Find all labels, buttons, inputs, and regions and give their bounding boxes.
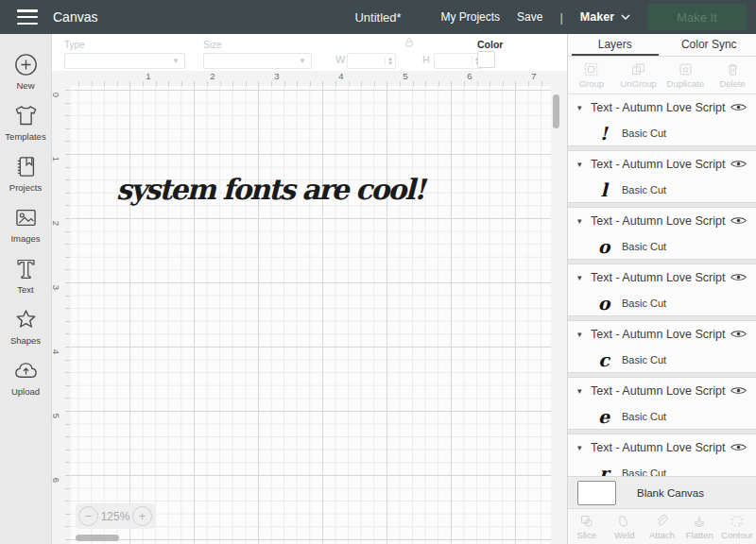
canvas-text-object[interactable]: system fonts are cool! xyxy=(116,173,424,206)
sidebar-item-label: Text xyxy=(17,284,33,295)
ruler-number: 7 xyxy=(531,71,536,81)
disclosure-triangle-icon[interactable]: ▾ xyxy=(577,273,591,282)
disclosure-triangle-icon[interactable]: ▾ xyxy=(577,443,591,452)
eye-icon[interactable] xyxy=(730,442,747,452)
zoom-out-button[interactable]: − xyxy=(78,506,98,526)
vertical-ruler: 0 1 2 3 4 5 6 xyxy=(52,86,71,544)
width-input[interactable]: ▲▼ xyxy=(347,53,396,69)
attach-button[interactable]: Attach xyxy=(644,509,681,544)
sidebar-item-projects[interactable]: Projects xyxy=(0,147,52,198)
duplicate-icon xyxy=(678,61,694,77)
layer-sublayer[interactable]: c Basic Cut xyxy=(568,347,756,372)
ungroup-button[interactable]: UnGroup xyxy=(615,57,662,94)
tool-label: Weld xyxy=(614,530,634,540)
disclosure-triangle-icon[interactable]: ▾ xyxy=(577,330,591,339)
vertical-scrollbar[interactable] xyxy=(553,94,559,128)
tool-label: Contour xyxy=(721,530,753,540)
font-type-dropdown[interactable]: ▼ xyxy=(64,53,185,69)
sidebar-item-upload[interactable]: Upload xyxy=(0,351,52,402)
group-button[interactable]: Group xyxy=(568,57,615,94)
design-canvas[interactable]: 1 2 3 4 5 6 7 0 1 2 3 4 5 6 system fonts… xyxy=(52,71,567,544)
height-input[interactable]: ▲▼ xyxy=(434,53,483,69)
layer-cut-type: Basic Cut xyxy=(622,241,666,252)
layer-sublayer[interactable]: o Basic Cut xyxy=(568,233,756,259)
layers-panel: Layers Color Sync Group UnGroup Duplicat… xyxy=(567,34,756,544)
zoom-in-button[interactable]: + xyxy=(132,506,152,526)
my-projects-link[interactable]: My Projects xyxy=(440,10,500,24)
chevron-down-icon xyxy=(621,14,630,20)
machine-selector[interactable]: Maker xyxy=(580,10,630,24)
document-title[interactable]: Untitled* xyxy=(354,10,401,25)
flatten-button[interactable]: Flatten xyxy=(680,509,718,544)
sidebar-item-label: Templates xyxy=(5,131,45,142)
action-label: Delete xyxy=(719,78,745,89)
layer-sublayer[interactable]: ! Basic Cut xyxy=(568,120,756,145)
duplicate-button[interactable]: Duplicate xyxy=(662,57,710,94)
sidebar-item-text[interactable]: Text xyxy=(0,249,52,300)
sidebar-item-label: Projects xyxy=(9,182,42,193)
layer-group[interactable]: ▾ Text - Autumn Love Script o Basic Cut xyxy=(568,207,756,260)
layer-sublayer[interactable]: r Basic Cut xyxy=(568,460,756,476)
layer-title: Text - Autumn Love Script xyxy=(591,328,725,341)
sidebar-item-images[interactable]: Images xyxy=(0,198,52,249)
trash-icon xyxy=(725,61,741,77)
horizontal-scrollbar[interactable] xyxy=(76,535,119,541)
layer-sublayer[interactable]: o Basic Cut xyxy=(568,290,756,315)
ruler-number: 2 xyxy=(52,221,61,226)
canvas-color-swatch[interactable] xyxy=(577,481,616,505)
eye-icon[interactable] xyxy=(730,329,747,339)
picture-icon xyxy=(13,205,39,230)
background-layer-row[interactable]: Blank Canvas xyxy=(568,476,756,508)
layer-cut-type: Basic Cut xyxy=(622,128,666,139)
layer-tools-bar: Slice Weld Attach Flatten Contour xyxy=(568,508,756,544)
eye-icon[interactable] xyxy=(730,272,747,282)
layer-group[interactable]: ▾ Text - Autumn Love Script ! Basic Cut xyxy=(568,94,756,146)
sidebar-item-templates[interactable]: Templates xyxy=(0,96,52,147)
layer-thumbnail: e xyxy=(592,406,616,427)
stepper-arrows-icon[interactable]: ▲▼ xyxy=(385,57,395,66)
layer-thumbnail: ! xyxy=(592,123,616,144)
disclosure-triangle-icon[interactable]: ▾ xyxy=(577,216,591,226)
eye-icon[interactable] xyxy=(730,385,747,396)
eye-icon[interactable] xyxy=(730,102,747,112)
canvas-grid[interactable] xyxy=(71,86,551,544)
hamburger-menu-icon[interactable] xyxy=(17,9,38,25)
make-it-button[interactable]: Make It xyxy=(647,4,747,30)
delete-button[interactable]: Delete xyxy=(709,57,756,94)
layer-group[interactable]: ▾ Text - Autumn Love Script r Basic Cut xyxy=(568,434,756,476)
sidebar-item-shapes[interactable]: Shapes xyxy=(0,300,52,351)
slice-button[interactable]: Slice xyxy=(568,509,606,544)
ruler-number: 3 xyxy=(52,285,61,290)
font-size-dropdown[interactable]: ▼ xyxy=(203,53,312,69)
disclosure-triangle-icon[interactable]: ▾ xyxy=(577,386,591,396)
disclosure-triangle-icon[interactable]: ▾ xyxy=(577,160,591,169)
layer-group[interactable]: ▾ Text - Autumn Love Script e Basic Cut xyxy=(568,377,756,430)
contour-button[interactable]: Contour xyxy=(718,509,756,544)
eye-icon[interactable] xyxy=(730,159,747,169)
plus-circle-icon xyxy=(13,52,39,77)
eye-icon[interactable] xyxy=(730,215,747,226)
ungroup-icon xyxy=(630,61,646,77)
disclosure-triangle-icon[interactable]: ▾ xyxy=(577,103,591,112)
aspect-lock-icon[interactable] xyxy=(402,36,419,49)
size-label: Size xyxy=(203,40,221,50)
layer-sublayer[interactable]: l Basic Cut xyxy=(568,177,756,202)
color-swatch[interactable] xyxy=(477,51,495,68)
layer-sublayer[interactable]: e Basic Cut xyxy=(568,403,756,429)
weld-button[interactable]: Weld xyxy=(606,509,644,544)
layer-thumbnail: r xyxy=(592,463,616,477)
sidebar-item-new[interactable]: New xyxy=(0,45,52,96)
ruler-number: 6 xyxy=(467,71,472,81)
layer-group[interactable]: ▾ Text - Autumn Love Script c Basic Cut xyxy=(568,320,756,373)
tab-color-sync[interactable]: Color Sync xyxy=(662,34,756,56)
layer-cut-type: Basic Cut xyxy=(622,184,666,196)
save-link[interactable]: Save xyxy=(517,10,542,24)
layer-group[interactable]: ▾ Text - Autumn Love Script o Basic Cut xyxy=(568,264,756,316)
horizontal-ruler: 1 2 3 4 5 6 7 xyxy=(71,71,551,86)
layer-group[interactable]: ▾ Text - Autumn Love Script l Basic Cut xyxy=(568,150,756,203)
weld-icon xyxy=(617,514,632,529)
letter-t-icon xyxy=(13,256,39,281)
action-label: Group xyxy=(579,78,604,89)
tab-layers[interactable]: Layers xyxy=(568,34,662,56)
layer-thumbnail: o xyxy=(592,236,616,257)
